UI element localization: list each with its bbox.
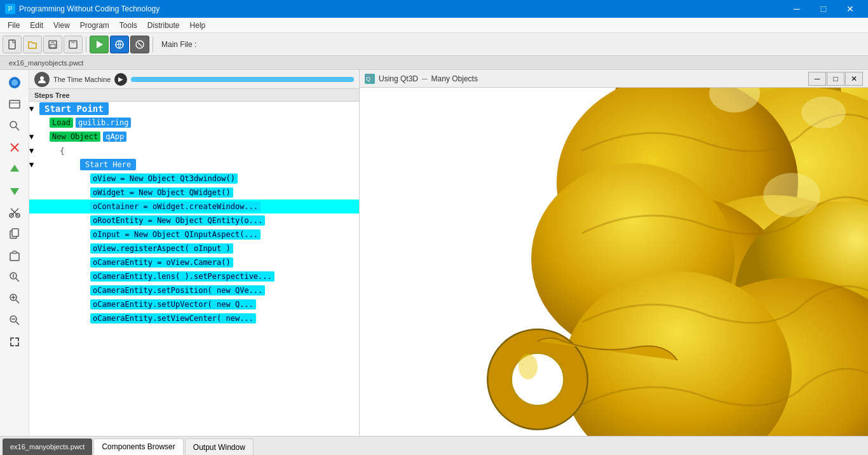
svg-rect-26 (10, 253, 19, 261)
qt3d-titlebar: Q Using Qt3D ─ Many Objects ─ □ ✕ (360, 70, 868, 88)
qt3d-close-button[interactable]: ✕ (845, 72, 863, 86)
qt3d-window-icon: Q (365, 74, 375, 84)
app-icon: P (5, 4, 15, 14)
code-panel: The Time Machine ▶ Steps Tree ▼ Start Po… (29, 70, 360, 436)
collapse-qapp[interactable]: ▼ (29, 132, 39, 141)
up-arrow-icon[interactable] (3, 159, 26, 179)
zoom-in-icon[interactable] (3, 289, 26, 309)
tree-line-oview: oView = New Object Qt3dwindow() (29, 172, 359, 186)
cut-icon[interactable] (3, 202, 26, 222)
title-bar: P Programming Without Coding Technology … (0, 0, 868, 18)
ocontainer-code: oContainer = oWidget.createWindow... (90, 201, 261, 212)
tree-line-setviewcenter: oCameraEntity.setViewCenter( new... (29, 311, 359, 325)
collapse-brace[interactable]: ▼ (29, 146, 39, 155)
toolbar-sep2 (153, 37, 153, 52)
tree-line-load: Load guilib.ring (29, 116, 359, 130)
svg-rect-2 (51, 41, 55, 43)
tree-line-orootentity: oRootEntity = New Object QEntity(o... (29, 214, 359, 228)
main-file-label: Main File : (161, 40, 196, 49)
toolbar-sep1 (86, 37, 86, 52)
start-here-label: Start Here (80, 159, 136, 170)
oinput-code: oInput = New Object QInputAspect(... (90, 229, 261, 240)
save-button[interactable] (43, 36, 62, 53)
qt3d-maximize-button[interactable]: □ (827, 72, 844, 86)
search-icon[interactable] (3, 116, 26, 136)
timeline-bar: The Time Machine ▶ (29, 70, 359, 89)
tree-line-setposition: oCameraEntity.setPosition( new QVe... (29, 283, 359, 297)
svg-rect-12 (10, 100, 20, 108)
copy-icon[interactable] (3, 224, 26, 244)
start-point-label: Start Point (39, 102, 109, 115)
close-x-icon[interactable] (3, 137, 26, 158)
svg-point-57 (801, 97, 846, 128)
maximize-button[interactable]: □ (811, 0, 836, 18)
find-icon[interactable] (3, 267, 26, 287)
minimize-button[interactable]: ─ (784, 0, 810, 18)
menu-file[interactable]: File (3, 18, 25, 32)
menu-distribute[interactable]: Distribute (142, 18, 185, 32)
toolbar: Main File : (0, 33, 868, 56)
owidget-code: oWidget = New Object QWidget() (90, 187, 233, 198)
qt3d-subtitle: Many Objects (431, 74, 478, 83)
menu-edit[interactable]: Edit (25, 18, 48, 32)
qt3d-minimize-button[interactable]: ─ (808, 72, 826, 86)
newobj-keyword: New Object (50, 132, 100, 142)
load-keyword: Load (50, 118, 73, 128)
menu-bar: File Edit View Program Tools Distribute … (0, 18, 868, 33)
stop-button[interactable] (130, 36, 149, 53)
tree-line-ocontainer: oContainer = oWidget.createWindow... (29, 200, 359, 214)
svg-point-11 (11, 79, 18, 86)
menu-tools[interactable]: Tools (114, 18, 142, 32)
components-browser-label: Components Browser (102, 442, 175, 451)
timeline-avatar (34, 72, 50, 87)
orootentity-code: oRootEntity = New Object QEntity(o... (90, 215, 265, 226)
load-value: guilib.ring (76, 118, 131, 128)
setupvector-code: oCameraEntity.setUpVector( new Q... (90, 299, 256, 309)
close-button[interactable]: ✕ (837, 0, 863, 18)
home-icon[interactable] (3, 72, 26, 93)
svg-point-55 (519, 354, 538, 379)
tree-line-brace: ▼ { (29, 144, 359, 158)
svg-marker-18 (10, 165, 19, 172)
app-title: Programming Without Coding Technology (19, 4, 159, 13)
svg-rect-5 (71, 41, 75, 43)
down-arrow-icon[interactable] (3, 180, 26, 201)
output-window-tab[interactable]: Output Window (185, 438, 254, 455)
svg-line-32 (16, 300, 19, 303)
saveas-button[interactable] (64, 36, 83, 53)
components-browser-tab[interactable]: Components Browser (93, 438, 183, 455)
steps-tree-label: Steps Tree (34, 92, 70, 99)
setviewcenter-code: oCameraEntity.setViewCenter( new... (90, 313, 256, 323)
bottom-tabs: ex16_manyobjects.pwct Components Browser… (0, 436, 868, 455)
menu-program[interactable]: Program (75, 18, 114, 32)
current-file-tab[interactable]: ex16_manyobjects.pwct (5, 58, 87, 68)
collapse-arrow-start[interactable]: ▼ (29, 104, 39, 113)
menu-help[interactable]: Help (185, 18, 211, 32)
zoom-out-icon[interactable] (3, 310, 26, 330)
svg-point-14 (10, 121, 17, 128)
file-bottom-tab[interactable]: ex16_manyobjects.pwct (3, 438, 92, 455)
tree-line-start: ▼ Start Point (29, 102, 359, 116)
new-button[interactable] (3, 36, 22, 53)
collapse-starthere[interactable]: ▼ (29, 160, 39, 169)
svg-line-29 (16, 278, 19, 282)
svg-point-38 (40, 76, 44, 80)
oview-code: oView = New Object Qt3dwindow() (90, 173, 238, 184)
timeline-progress-bar[interactable] (131, 77, 354, 82)
qt3d-content (360, 88, 868, 436)
run-button[interactable] (90, 36, 109, 53)
cameralens-code: oCameraEntity.lens( ).setPerspective... (90, 271, 275, 282)
qapp-value: qApp (103, 132, 126, 142)
edit-icon[interactable] (3, 94, 26, 114)
code-tree[interactable]: ▼ Start Point Load guilib.ring ▼ New Obj… (29, 102, 359, 436)
tree-line-ocamera: oCameraEntity = oView.Camera() (29, 255, 359, 269)
tree-line-newobj-qapp: ▼ New Object qApp (29, 130, 359, 144)
timeline-label: The Time Machine (53, 76, 111, 83)
timeline-play-button[interactable]: ▶ (114, 73, 127, 86)
menu-view[interactable]: View (48, 18, 75, 32)
paste-icon[interactable] (3, 245, 26, 266)
expand-icon[interactable] (3, 332, 26, 352)
open-button[interactable] (23, 36, 42, 53)
main-area: The Time Machine ▶ Steps Tree ▼ Start Po… (0, 70, 868, 436)
globe-button[interactable] (110, 36, 129, 53)
